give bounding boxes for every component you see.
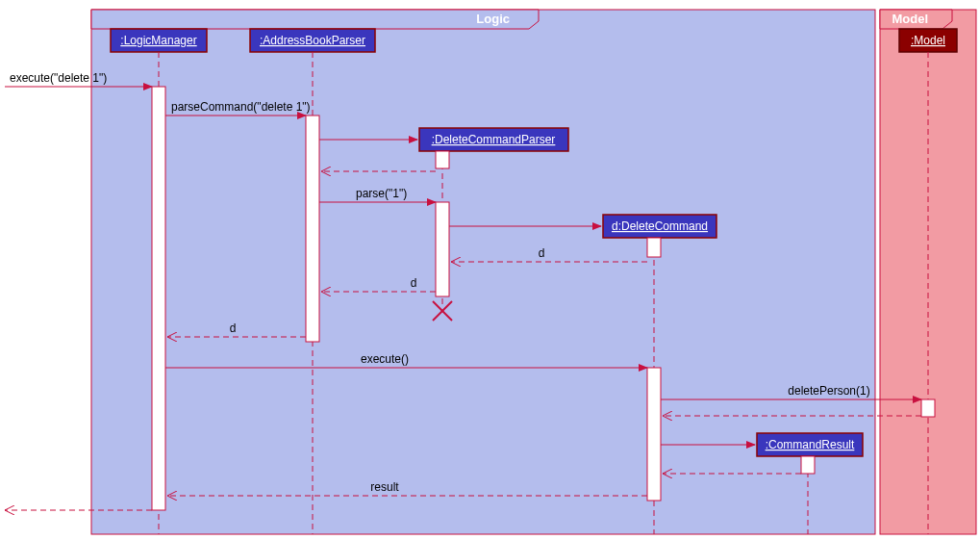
msg-return-d1-label: d: [539, 246, 545, 260]
object-address-book-parser-label: :AddressBookParser: [260, 34, 365, 47]
object-delete-command-label: d:DeleteCommand: [612, 219, 708, 233]
activation-address-book-parser: [306, 116, 319, 342]
activation-model: [921, 399, 935, 417]
frame-logic-label: Logic: [476, 12, 510, 26]
sequence-diagram: Logic Model :LogicManager :AddressBookPa…: [0, 0, 980, 540]
msg-return-d2-label: d: [411, 276, 417, 290]
msg-parse-1-label: parse("1"): [356, 187, 407, 200]
activation-logic-manager: [152, 87, 165, 510]
msg-return-result-label: result: [370, 480, 399, 494]
object-delete-command-parser-label: :DeleteCommandParser: [432, 133, 556, 146]
activation-command-result: [801, 456, 815, 474]
activation-dcp-2: [436, 202, 449, 296]
activation-dc-2: [647, 368, 661, 501]
object-command-result-label: :CommandResult: [766, 438, 855, 451]
msg-delete-person-label: deletePerson(1): [788, 384, 869, 398]
activation-dc-1: [647, 238, 661, 257]
frame-logic-label-bg: [91, 10, 539, 29]
frame-model: [880, 10, 976, 534]
msg-return-d3-label: d: [230, 321, 237, 335]
msg-execute-delete1-label: execute("delete 1"): [10, 71, 107, 85]
frame-model-label: Model: [892, 12, 928, 26]
object-logic-manager-label: :LogicManager: [120, 34, 196, 47]
msg-parse-command-label: parseCommand("delete 1"): [171, 100, 311, 114]
object-model-label: :Model: [911, 34, 945, 47]
msg-execute-label: execute(): [361, 352, 409, 366]
activation-dcp-1: [436, 151, 449, 168]
